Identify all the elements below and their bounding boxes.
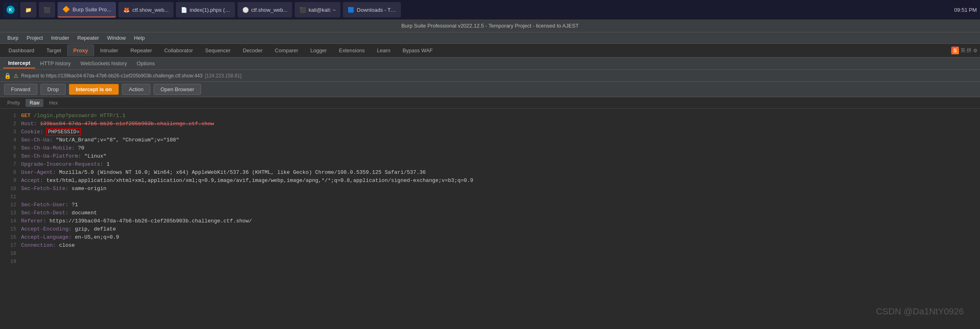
line-content-14: Referer: https://139bac04-67da-47b6-bb26… [21, 217, 975, 225]
intercept-toggle-button[interactable]: Intercept is on [69, 84, 119, 95]
accept-encoding-value: gzip, deflate [75, 226, 116, 232]
line-number-9: 9 [5, 177, 16, 185]
window-titlebar: Burp Suite Professional v2022.12.5 - Tem… [0, 19, 980, 32]
taskbar-app-firefox[interactable]: 🦊 ctf.show_web... [118, 2, 173, 17]
subtab-options[interactable]: Options [132, 59, 160, 68]
taskbar-app-chrome[interactable]: ⚪ ctf.show_web... [238, 2, 293, 17]
connection-value: close [59, 242, 75, 248]
drop-button[interactable]: Drop [41, 84, 66, 95]
tab-intruder[interactable]: Intruder [94, 45, 124, 56]
tab-extensions[interactable]: Extensions [333, 45, 371, 56]
line-content-16: Accept-Language: en-US,en;q=0.9 [21, 233, 975, 241]
tab-logger[interactable]: Logger [304, 45, 333, 56]
line-number-10: 10 [5, 185, 16, 193]
host-header-name: Host: [21, 121, 40, 127]
terminal-icon: ⬛ [44, 7, 50, 13]
request-ip: [124.223.158.81] [205, 73, 242, 79]
request-line-4: 4Sec-Ch-Ua: "Not/A_Brand";v="8", "Chromi… [5, 136, 975, 144]
http-path: /login.php?password= [34, 113, 97, 119]
firefox-icon: 🦊 [123, 7, 130, 13]
downloads-icon: 🟦 [348, 7, 354, 13]
sec-fetch-site-value: same-origin [72, 186, 107, 192]
line-number-3: 3 [5, 128, 16, 136]
taskbar-app-downloads[interactable]: 🟦 Downloads - T… [343, 2, 401, 17]
view-tab-pretty[interactable]: Pretty [3, 99, 24, 107]
menu-intruder[interactable]: Intruder [47, 33, 73, 43]
tab-decoder[interactable]: Decoder [237, 45, 269, 56]
tab-comparer[interactable]: Comparer [269, 45, 304, 56]
line-content-15: Accept-Encoding: gzip, deflate [21, 225, 975, 233]
line-content-4: Sec-Ch-Ua: "Not/A_Brand";v="8", "Chromiu… [21, 136, 975, 144]
sec-ch-ua-platform-value: "Linux" [84, 153, 107, 159]
accept-encoding-name: Accept-Encoding: [21, 226, 75, 232]
request-info-bar: 🔒 ⚠ Request to https://139bac04-67da-47b… [0, 70, 980, 82]
request-content-area[interactable]: 1GET /login.php?password= HTTP/1.12Host:… [0, 109, 980, 329]
view-tab-raw[interactable]: Raw [26, 99, 43, 107]
tab-repeater[interactable]: Repeater [124, 45, 158, 56]
svg-text:K: K [9, 7, 12, 12]
taskbar-app-kali-terminal[interactable]: ⬛ kali@kali: ~ [295, 2, 340, 17]
tab-dashboard[interactable]: Dashboard [2, 45, 41, 56]
line-number-12: 12 [5, 201, 16, 209]
taskbar-app-terminal-1[interactable]: ⬛ [39, 2, 55, 17]
view-tab-hex[interactable]: Hex [45, 99, 62, 107]
line-number-17: 17 [5, 241, 16, 250]
main-window: Burp Suite Professional v2022.12.5 - Tem… [0, 19, 980, 329]
sec-fetch-dest-value: document [72, 210, 97, 216]
sougou-area: S 英·拼 ⚙ [951, 47, 978, 54]
request-line-8: 8User-Agent: Mozilla/5.0 (Windows NT 10.… [5, 169, 975, 177]
line-content-8: User-Agent: Mozilla/5.0 (Windows NT 10.0… [21, 169, 975, 177]
taskbar-app-file-manager[interactable]: 📁 [20, 2, 36, 17]
tab-sequencer[interactable]: Sequencer [199, 45, 237, 56]
connection-name: Connection: [21, 242, 59, 248]
file-manager-icon: 📁 [25, 7, 32, 13]
subtab-websockets-history[interactable]: WebSockets history [76, 59, 132, 68]
line-number-18: 18 [5, 250, 16, 258]
request-line-15: 15Accept-Encoding: gzip, deflate [5, 225, 975, 233]
subtab-intercept[interactable]: Intercept [3, 58, 35, 68]
menu-project[interactable]: Project [22, 33, 47, 43]
referer-name: Referer: [21, 218, 49, 224]
menubar: Burp Project Intruder Repeater Window He… [0, 32, 980, 44]
line-number-5: 5 [5, 144, 16, 152]
request-line-11: 11 [5, 193, 975, 201]
forward-button[interactable]: Forward [4, 84, 37, 95]
line-number-8: 8 [5, 169, 16, 177]
lock-icon: 🔒 [4, 73, 11, 79]
tab-proxy[interactable]: Proxy [67, 45, 94, 56]
taskbar-app-index-phps-label: index(1).phps (… [190, 7, 230, 13]
tab-learn[interactable]: Learn [371, 45, 396, 56]
menu-help[interactable]: Help [130, 33, 149, 43]
taskbar-time: 09:51 PM [954, 7, 977, 13]
action-button[interactable]: Action [122, 84, 150, 95]
taskbar-app-downloads-label: Downloads - T… [357, 7, 396, 13]
request-url: Request to https://139bac04-67da-47b6-bb… [21, 73, 203, 79]
taskbar-app-chrome-label: ctf.show_web... [251, 7, 288, 13]
sec-ch-ua-mobile-name: Sec-Ch-Ua-Mobile: [21, 145, 78, 151]
sougou-settings-icon[interactable]: ⚙ [973, 48, 978, 53]
line-number-15: 15 [5, 225, 16, 233]
line-content-3: Cookie: PHPSESSID= [21, 128, 975, 136]
tab-bypass-waf[interactable]: Bypass WAF [396, 45, 439, 56]
line-content-17: Connection: close [21, 241, 975, 250]
taskbar-app-burp[interactable]: 🔶 Burp Suite Pro... [58, 2, 116, 17]
line-number-2: 2 [5, 120, 16, 128]
start-button[interactable]: K [3, 2, 18, 17]
tab-target[interactable]: Target [41, 45, 67, 56]
menu-burp[interactable]: Burp [3, 33, 22, 43]
request-line-17: 17Connection: close [5, 241, 975, 250]
phpsessid-value: PHPSESSID= [46, 128, 81, 136]
host-header-value: 139bac04-67da-47b6-bb26-c1ef205b903b.cha… [40, 121, 214, 127]
open-browser-button[interactable]: Open Browser [154, 84, 201, 95]
menu-window[interactable]: Window [103, 33, 130, 43]
subtab-http-history[interactable]: HTTP history [35, 59, 76, 68]
burp-icon: 🔶 [62, 6, 70, 13]
tab-collaborator[interactable]: Collaborator [158, 45, 199, 56]
http-version: HTTP/1.1 [100, 113, 125, 119]
request-line-14: 14Referer: https://139bac04-67da-47b6-bb… [5, 217, 975, 225]
taskbar-app-index-phps[interactable]: 📄 index(1).phps (… [176, 2, 235, 17]
taskbar-app-burp-label: Burp Suite Pro... [73, 6, 111, 13]
sec-fetch-dest-name: Sec-Fetch-Dest: [21, 210, 72, 216]
menu-repeater[interactable]: Repeater [73, 33, 103, 43]
line-number-1: 1 [5, 112, 16, 120]
